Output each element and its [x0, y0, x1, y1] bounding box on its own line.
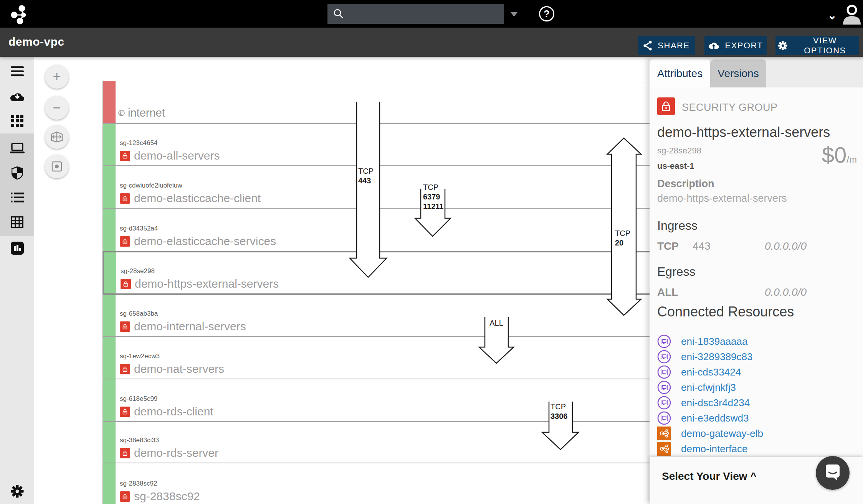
arrow-port: 3306 — [551, 412, 568, 421]
ingress-heading: Ingress — [657, 219, 698, 233]
security-group-lock-icon — [120, 321, 130, 332]
help-icon[interactable]: ? — [539, 6, 554, 21]
row-sg-id: sg-28se298 — [121, 267, 155, 275]
ingress-port: 443 — [693, 240, 711, 252]
table-icon[interactable] — [0, 210, 34, 234]
bar-chart-icon[interactable] — [0, 236, 34, 260]
attributes-panel: Attributes Versions SECURITY GROUP demo-… — [650, 57, 863, 504]
connection-arrow-tcp-6379-11211[interactable]: TCP 6379 11211 — [415, 189, 451, 236]
arrow-port2: 11211 — [423, 202, 443, 211]
resource-link-eni[interactable]: eni-cfwjnkfj3 — [657, 380, 857, 395]
row-status-bar — [103, 379, 116, 421]
search-input[interactable] — [349, 8, 503, 20]
center-view-icon — [51, 161, 62, 172]
row-label: demo-all-servers — [134, 149, 220, 162]
shield-icon[interactable] — [0, 161, 34, 185]
export-button[interactable]: EXPORT — [704, 36, 767, 55]
chat-support-button[interactable] — [816, 456, 850, 490]
list-icon[interactable] — [0, 186, 34, 209]
resource-link-label: demo-gateway-elb — [681, 428, 763, 440]
resource-link-label: eni-3289389c83 — [681, 351, 753, 363]
gear-icon — [778, 41, 788, 51]
resource-link-eni[interactable]: eni-3289389c83 — [657, 349, 857, 364]
resource-link-elb[interactable]: demo-gateway-elb — [657, 426, 857, 441]
row-sg-id: sg-618e5c99 — [120, 395, 157, 403]
row-label: demo-rds-server — [134, 446, 218, 460]
resource-link-label: eni-dsc3r4d234 — [681, 397, 750, 409]
resource-link-eni[interactable]: eni-cds33424 — [657, 364, 857, 380]
view-options-button[interactable]: VIEW OPTIONS — [775, 36, 859, 55]
resource-link-eni[interactable]: eni-1839aaaaa — [657, 334, 857, 349]
connection-arrow-tcp-3306[interactable]: TCP 3306 — [542, 402, 579, 450]
egress-cidr: 0.0.0.0/0 — [765, 286, 807, 298]
connection-arrow-tcp-20-bidirectional[interactable]: TCP 20 — [607, 138, 641, 315]
search-dropdown-caret-icon[interactable] — [511, 12, 517, 16]
tab-versions[interactable]: Versions — [710, 59, 766, 87]
menu-icon[interactable] — [0, 59, 34, 83]
apps-grid-icon[interactable] — [0, 109, 34, 133]
eni-icon — [657, 334, 671, 348]
row-demo-internal-servers[interactable]: sg-658ab3ba demo-internal-servers — [103, 295, 651, 336]
resource-link-eni[interactable]: eni-e3eddswd3 — [657, 410, 857, 426]
settings-gear-icon[interactable] — [0, 479, 34, 503]
row-demo-nat-servers[interactable]: sg-1ew2ecw3 demo-nat-servers — [103, 336, 651, 379]
description-value: demo-https-external-servers — [657, 193, 787, 204]
app-window: ? ⌄ demo-vpc SHARE EXPORT — [0, 0, 863, 504]
select-view-label[interactable]: Select Your View ^ — [662, 470, 757, 483]
resource-type-label: SECURITY GROUP — [682, 102, 778, 114]
row-label: sg-2838sc92 — [134, 490, 200, 503]
resource-region: us-east-1 — [657, 161, 694, 171]
eni-icon — [657, 411, 671, 425]
security-group-lock-icon — [120, 491, 130, 502]
fit-width-button[interactable] — [45, 125, 69, 149]
row-label: demo-elasticcache-services — [134, 235, 276, 248]
row-status-bar — [104, 252, 116, 293]
resource-link-elb[interactable]: demo-interface — [657, 441, 857, 456]
cloud-download-icon[interactable] — [0, 85, 34, 109]
app-logo-icon[interactable] — [9, 3, 31, 25]
arrow-protocol: TCP — [551, 402, 568, 412]
user-avatar-icon[interactable] — [842, 5, 862, 25]
tab-attributes[interactable]: Attributes — [650, 59, 710, 87]
laptop-icon[interactable] — [0, 136, 34, 160]
zoom-in-button[interactable]: + — [45, 65, 69, 89]
arrow-protocol: ALL — [479, 318, 514, 328]
center-view-button[interactable] — [45, 155, 69, 178]
row-sg-id: sg-38e83ci33 — [120, 436, 159, 444]
search-box[interactable] — [327, 4, 504, 24]
connection-arrow-all[interactable]: ALL — [479, 317, 514, 363]
arrow-protocol: TCP — [358, 166, 374, 176]
globe-icon — [118, 110, 125, 116]
share-icon — [643, 41, 652, 51]
arrow-port: 6379 — [423, 192, 443, 202]
row-status-bar — [103, 422, 116, 463]
connection-arrow-tcp-443[interactable]: TCP 443 — [350, 102, 387, 277]
row-status-bar — [103, 337, 116, 379]
resource-link-label: eni-e3eddswd3 — [681, 412, 749, 424]
load-balancer-icon — [657, 427, 671, 440]
row-status-bar — [103, 295, 116, 336]
ingress-cidr: 0.0.0.0/0 — [765, 240, 807, 252]
resource-link-eni[interactable]: eni-dsc3r4d234 — [657, 395, 857, 410]
security-group-lock-icon — [121, 279, 131, 289]
eni-icon — [657, 396, 671, 410]
resource-title: demo-https-external-servers — [657, 124, 830, 140]
zoom-out-button[interactable]: − — [45, 96, 69, 120]
row-sg-2838sc92[interactable]: sg-2838sc92 sg-2838sc92 — [103, 463, 651, 504]
search-icon — [333, 8, 344, 20]
arrow-port: 20 — [615, 238, 630, 248]
row-label: demo-https-external-servers — [135, 277, 279, 290]
security-group-lock-icon — [120, 151, 130, 161]
cost-estimate: $0/m — [822, 142, 857, 168]
load-balancer-icon — [657, 442, 671, 456]
row-sg-id: sg-2838sc92 — [120, 480, 157, 488]
share-button[interactable]: SHARE — [638, 36, 695, 55]
resource-link-label: eni-cds33424 — [681, 366, 741, 378]
resource-link-label: eni-cfwjnkfj3 — [681, 382, 736, 394]
chevron-up-icon: ^ — [750, 470, 756, 482]
row-label: demo-elasticcache-client — [134, 192, 261, 205]
fit-width-icon — [50, 131, 63, 143]
page-title: demo-vpc — [8, 35, 64, 48]
account-chevron-down-icon[interactable]: ⌄ — [827, 8, 837, 22]
row-sg-id: sg-123c4654 — [120, 139, 157, 147]
